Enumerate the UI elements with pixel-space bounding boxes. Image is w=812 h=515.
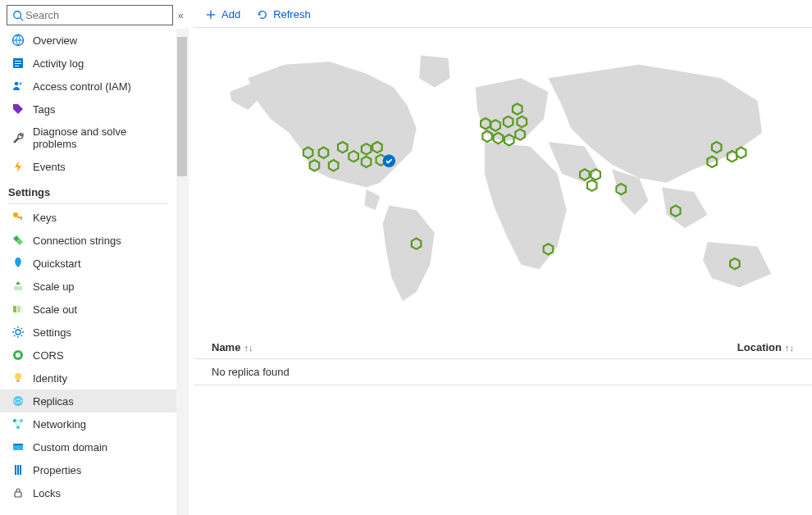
- svg-rect-6: [15, 66, 19, 66]
- people-icon: [11, 80, 25, 93]
- refresh-button[interactable]: Refresh: [249, 5, 319, 24]
- svg-rect-10: [17, 216, 22, 218]
- world-map: [194, 28, 812, 335]
- sort-icon: ↑↓: [244, 343, 253, 353]
- gear-icon: [11, 326, 25, 339]
- svg-point-21: [13, 396, 23, 406]
- sidebar-item-label: Custom domain: [33, 441, 107, 453]
- svg-line-1: [21, 17, 24, 21]
- svg-rect-4: [15, 61, 21, 62]
- scale-out-icon: [11, 303, 25, 316]
- sidebar-item-label: CORS: [33, 349, 64, 362]
- sidebar-item-label: Quickstart: [33, 258, 81, 270]
- sidebar-item-cors[interactable]: CORS: [0, 344, 176, 367]
- sidebar-item-label: Events: [33, 161, 66, 173]
- sidebar-item-label: Locks: [33, 487, 61, 499]
- sidebar-item-label: Access control (IAM): [33, 80, 131, 93]
- svg-rect-15: [21, 306, 23, 312]
- sidebar-item-properties[interactable]: Properties: [0, 458, 176, 481]
- scale-up-icon: [11, 280, 25, 293]
- svg-point-16: [16, 330, 21, 335]
- svg-point-0: [14, 11, 21, 18]
- column-location[interactable]: Location↑↓: [737, 341, 794, 353]
- sidebar-item-label: Tags: [33, 103, 55, 116]
- svg-rect-5: [15, 63, 21, 64]
- sidebar-item-quickstart[interactable]: Quickstart: [0, 252, 176, 275]
- sidebar-item-scale-out[interactable]: Scale out: [0, 298, 176, 321]
- search-icon: [12, 10, 24, 21]
- svg-rect-30: [15, 492, 21, 497]
- sidebar-item-connection-strings[interactable]: Connection strings: [0, 229, 176, 252]
- scrollbar-thumb[interactable]: [177, 37, 187, 176]
- sidebar-item-overview[interactable]: Overview: [0, 29, 176, 52]
- network-icon: [11, 417, 25, 431]
- refresh-icon: [257, 9, 268, 21]
- svg-rect-26: [13, 444, 23, 445]
- sidebar-item-networking[interactable]: Networking: [0, 412, 176, 435]
- svg-rect-28: [17, 465, 19, 475]
- sidebar-item-access-control[interactable]: Access control (IAM): [0, 75, 176, 98]
- search-input[interactable]: [24, 8, 167, 22]
- rocket-icon: [11, 257, 25, 270]
- sidebar-item-replicas[interactable]: Replicas: [0, 390, 176, 412]
- add-button-label: Add: [221, 8, 240, 21]
- sidebar-section-settings: Settings: [0, 178, 176, 202]
- sidebar-item-label: Scale out: [33, 303, 77, 316]
- sidebar-item-label: Activity log: [33, 57, 84, 70]
- sidebar-item-identity[interactable]: Identity: [0, 367, 176, 390]
- sidebar-scrollbar[interactable]: [176, 29, 188, 515]
- sidebar-item-label: Replicas: [33, 395, 74, 408]
- plug-icon: [11, 234, 25, 247]
- svg-rect-12: [14, 286, 22, 290]
- svg-rect-29: [20, 465, 21, 475]
- refresh-button-label: Refresh: [273, 8, 311, 21]
- sidebar-item-label: Properties: [33, 464, 81, 476]
- svg-rect-20: [16, 380, 20, 382]
- replicas-icon: [11, 394, 25, 408]
- tag-icon: [11, 103, 25, 116]
- svg-rect-14: [17, 306, 21, 312]
- sidebar-item-label: Diagnose and solve problems: [33, 125, 165, 150]
- world-map-svg: [212, 51, 794, 324]
- map-region-marker[interactable]: [737, 148, 746, 158]
- sidebar-item-tags[interactable]: Tags: [0, 98, 176, 121]
- sidebar-item-locks[interactable]: Locks: [0, 481, 176, 504]
- continents: [230, 56, 771, 302]
- svg-rect-11: [21, 218, 22, 220]
- sidebar-item-settings[interactable]: Settings: [0, 321, 176, 344]
- sidebar-item-events[interactable]: Events: [0, 155, 176, 178]
- svg-point-18: [16, 353, 21, 358]
- bolt-icon: [11, 160, 25, 173]
- sidebar-item-label: Scale up: [33, 280, 75, 293]
- properties-icon: [11, 463, 25, 476]
- divider: [8, 203, 168, 204]
- key-icon: [11, 211, 25, 224]
- plus-icon: [205, 9, 217, 21]
- svg-rect-27: [15, 465, 16, 475]
- table-empty-row: No replica found: [194, 359, 812, 385]
- search-input-wrapper[interactable]: [7, 5, 173, 25]
- map-region-marker[interactable]: [587, 180, 597, 191]
- sidebar-item-custom-domain[interactable]: Custom domain: [0, 435, 176, 458]
- add-button[interactable]: Add: [197, 5, 249, 24]
- globe-icon: [11, 34, 25, 47]
- collapse-sidebar-button[interactable]: «: [178, 10, 184, 21]
- svg-rect-13: [13, 306, 16, 312]
- sidebar-item-scale-up[interactable]: Scale up: [0, 275, 176, 298]
- cors-icon: [11, 349, 25, 362]
- svg-point-7: [15, 82, 19, 86]
- table-header: Name↑↓ Location↑↓: [194, 335, 812, 359]
- sidebar-item-diagnose[interactable]: Diagnose and solve problems: [0, 121, 176, 155]
- empty-message: No replica found: [212, 366, 290, 378]
- sidebar-item-label: Identity: [33, 372, 67, 385]
- column-name[interactable]: Name↑↓: [212, 341, 253, 353]
- sidebar-item-activity-log[interactable]: Activity log: [0, 52, 176, 75]
- sidebar-item-keys[interactable]: Keys: [0, 206, 176, 229]
- sidebar-item-label: Networking: [33, 418, 86, 431]
- wrench-icon: [11, 131, 25, 144]
- svg-point-19: [15, 373, 21, 380]
- svg-point-8: [19, 82, 22, 85]
- sidebar-item-label: Overview: [33, 34, 77, 47]
- sort-icon: ↑↓: [785, 343, 794, 353]
- sidebar-item-label: Keys: [33, 212, 57, 224]
